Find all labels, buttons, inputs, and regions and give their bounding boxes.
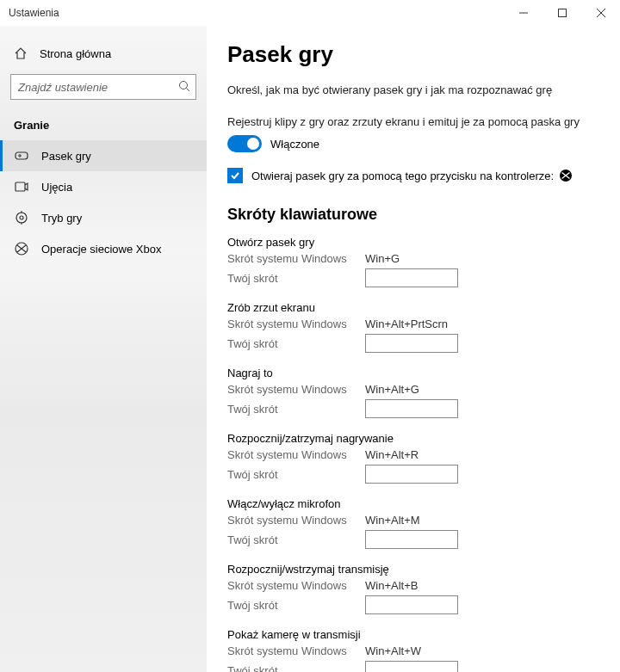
shortcut-name: Rozpocznij/wstrzymaj transmisję	[227, 563, 599, 576]
shortcut-name: Zrób zrzut ekranu	[227, 301, 599, 314]
minimize-button[interactable]	[504, 0, 542, 26]
close-button[interactable]	[581, 0, 620, 26]
system-shortcut-label: Skrót systemu Windows	[227, 644, 365, 657]
shortcut-group: Pokaż kamerę w transmisjiSkrót systemu W…	[227, 628, 599, 672]
sidebar-item-game-mode[interactable]: Tryb gry	[0, 202, 207, 233]
svg-point-10	[16, 213, 27, 223]
sidebar-item-game-bar[interactable]: Pasek gry	[0, 140, 207, 171]
svg-point-4	[180, 81, 188, 89]
search-input-container[interactable]	[10, 74, 196, 100]
content-area: Pasek gry Określ, jak ma być otwierany p…	[207, 26, 620, 672]
shortcut-group: Włącz/wyłącz mikrofonSkrót systemu Windo…	[227, 497, 599, 549]
system-shortcut-value: Win+Alt+B	[365, 579, 418, 592]
svg-rect-1	[558, 9, 566, 17]
xbox-icon	[14, 242, 29, 256]
shortcut-group: Otwórz pasek grySkrót systemu WindowsWin…	[227, 236, 599, 287]
toggle-description: Rejestruj klipy z gry oraz zrzuty ekranu…	[227, 115, 599, 128]
your-shortcut-label: Twój skrót	[227, 664, 365, 673]
shortcut-group: Rozpocznij/zatrzymaj nagrywanieSkrót sys…	[227, 432, 599, 484]
system-shortcut-label: Skrót systemu Windows	[227, 448, 365, 461]
home-link[interactable]: Strona główna	[0, 41, 207, 65]
shortcut-name: Nagraj to	[227, 367, 599, 379]
your-shortcut-label: Twój skrót	[227, 272, 365, 285]
search-input[interactable]	[18, 81, 178, 94]
game-bar-icon	[14, 149, 29, 163]
xbox-button-icon	[559, 169, 573, 182]
sidebar-item-label: Operacje sieciowe Xbox	[41, 243, 161, 256]
controller-checkbox-label: Otwieraj pasek gry za pomocą tego przyci…	[251, 170, 554, 182]
your-shortcut-input[interactable]	[365, 268, 458, 287]
your-shortcut-label: Twój skrót	[227, 599, 365, 612]
shortcuts-heading: Skróty klawiaturowe	[227, 206, 599, 224]
svg-point-11	[20, 216, 23, 219]
system-shortcut-value: Win+Alt+G	[365, 383, 419, 396]
sidebar-item-label: Pasek gry	[41, 150, 91, 163]
system-shortcut-label: Skrót systemu Windows	[227, 318, 365, 330]
your-shortcut-input[interactable]	[365, 465, 458, 484]
shortcut-name: Pokaż kamerę w transmisji	[227, 628, 599, 641]
system-shortcut-value: Win+Alt+R	[365, 448, 418, 461]
controller-checkbox[interactable]	[227, 168, 243, 183]
titlebar: Ustawienia	[0, 0, 620, 26]
sidebar-item-captures[interactable]: Ujęcia	[0, 171, 207, 202]
your-shortcut-input[interactable]	[365, 334, 458, 353]
game-mode-icon	[14, 211, 29, 225]
sidebar: Strona główna Granie Pasek gry	[0, 26, 207, 672]
your-shortcut-label: Twój skrót	[227, 468, 365, 481]
your-shortcut-input[interactable]	[365, 399, 458, 418]
checkmark-icon	[230, 170, 240, 181]
shortcut-name: Otwórz pasek gry	[227, 236, 599, 249]
shortcut-name: Rozpocznij/zatrzymaj nagrywanie	[227, 432, 599, 445]
sidebar-item-label: Ujęcia	[41, 181, 72, 194]
sidebar-category: Granie	[0, 112, 207, 140]
sidebar-item-label: Tryb gry	[41, 212, 82, 225]
home-label: Strona główna	[40, 47, 111, 60]
your-shortcut-label: Twój skrót	[227, 337, 365, 350]
system-shortcut-value: Win+Alt+W	[365, 644, 421, 657]
page-title: Pasek gry	[227, 41, 599, 68]
shortcut-group: Nagraj toSkrót systemu WindowsWin+Alt+GT…	[227, 367, 599, 418]
system-shortcut-label: Skrót systemu Windows	[227, 579, 365, 592]
svg-rect-9	[16, 182, 25, 191]
system-shortcut-label: Skrót systemu Windows	[227, 514, 365, 527]
page-description: Określ, jak ma być otwierany pasek gry i…	[227, 83, 599, 96]
shortcut-group: Zrób zrzut ekranuSkrót systemu WindowsWi…	[227, 301, 599, 353]
shortcut-group: Rozpocznij/wstrzymaj transmisjęSkrót sys…	[227, 563, 599, 614]
your-shortcut-input[interactable]	[365, 595, 458, 614]
system-shortcut-value: Win+Alt+M	[365, 514, 420, 527]
system-shortcut-label: Skrót systemu Windows	[227, 252, 365, 265]
captures-icon	[14, 180, 29, 194]
your-shortcut-label: Twój skrót	[227, 403, 365, 416]
svg-line-5	[187, 88, 190, 91]
maximize-button[interactable]	[542, 0, 581, 26]
your-shortcut-label: Twój skrót	[227, 533, 365, 546]
system-shortcut-value: Win+Alt+PrtScrn	[365, 318, 448, 330]
search-icon	[178, 80, 190, 95]
your-shortcut-input[interactable]	[365, 530, 458, 549]
record-toggle[interactable]	[227, 135, 262, 152]
home-icon	[14, 46, 28, 60]
window-title: Ustawienia	[9, 7, 59, 19]
your-shortcut-input[interactable]	[365, 661, 458, 672]
system-shortcut-label: Skrót systemu Windows	[227, 383, 365, 396]
shortcut-name: Włącz/wyłącz mikrofon	[227, 497, 599, 510]
toggle-state-label: Włączone	[270, 138, 319, 151]
system-shortcut-value: Win+G	[365, 252, 400, 265]
sidebar-item-xbox-networking[interactable]: Operacje sieciowe Xbox	[0, 233, 207, 264]
